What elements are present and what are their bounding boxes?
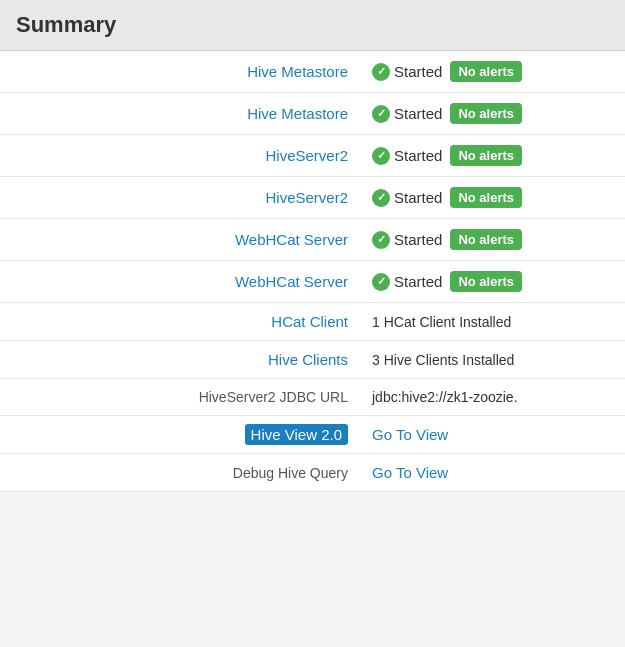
- row-value-cell: Go To View: [360, 454, 625, 492]
- table-row: HiveServer2 JDBC URLjdbc:hive2://zk1-zoo…: [0, 379, 625, 416]
- check-icon: [372, 231, 390, 249]
- service-link[interactable]: Hive Metastore: [247, 63, 348, 80]
- row-label-cell: Debug Hive Query: [0, 454, 360, 492]
- table-row: WebHCat ServerStartedNo alerts: [0, 261, 625, 303]
- row-label-cell: HiveServer2 JDBC URL: [0, 379, 360, 416]
- check-icon: [372, 147, 390, 165]
- table-row: Hive MetastoreStartedNo alerts: [0, 93, 625, 135]
- service-link[interactable]: WebHCat Server: [235, 273, 348, 290]
- row-label-cell: WebHCat Server: [0, 219, 360, 261]
- table-row: Hive MetastoreStartedNo alerts: [0, 51, 625, 93]
- summary-header: Summary: [0, 0, 625, 51]
- service-link[interactable]: WebHCat Server: [235, 231, 348, 248]
- status-text: 3 Hive Clients Installed: [372, 352, 514, 368]
- service-link[interactable]: HiveServer2: [265, 189, 348, 206]
- service-link[interactable]: Hive Metastore: [247, 105, 348, 122]
- row-label-cell: HCat Client: [0, 303, 360, 341]
- service-link[interactable]: Hive Clients: [268, 351, 348, 368]
- started-text: Started: [394, 231, 442, 248]
- go-to-view-link[interactable]: Go To View: [372, 426, 448, 443]
- row-value-cell: StartedNo alerts: [360, 219, 625, 261]
- go-to-view-link[interactable]: Go To View: [372, 464, 448, 481]
- check-icon: [372, 273, 390, 291]
- summary-table: Hive MetastoreStartedNo alertsHive Metas…: [0, 51, 625, 492]
- status-started: StartedNo alerts: [372, 103, 613, 124]
- page-container: Summary Hive MetastoreStartedNo alertsHi…: [0, 0, 625, 492]
- started-text: Started: [394, 273, 442, 290]
- row-label-cell: WebHCat Server: [0, 261, 360, 303]
- no-alerts-badge: No alerts: [450, 103, 522, 124]
- row-label-cell: HiveServer2: [0, 177, 360, 219]
- table-row: HCat Client1 HCat Client Installed: [0, 303, 625, 341]
- table-row: Debug Hive QueryGo To View: [0, 454, 625, 492]
- status-started: StartedNo alerts: [372, 187, 613, 208]
- status-started: StartedNo alerts: [372, 145, 613, 166]
- check-icon: [372, 105, 390, 123]
- row-value-cell: Go To View: [360, 416, 625, 454]
- started-text: Started: [394, 147, 442, 164]
- row-value-cell: 3 Hive Clients Installed: [360, 341, 625, 379]
- check-icon: [372, 63, 390, 81]
- no-alerts-badge: No alerts: [450, 145, 522, 166]
- row-value-cell: StartedNo alerts: [360, 177, 625, 219]
- no-alerts-badge: No alerts: [450, 229, 522, 250]
- row-value-cell: StartedNo alerts: [360, 261, 625, 303]
- status-text: jdbc:hive2://zk1-zoozie.: [372, 389, 518, 405]
- table-row: Hive View 2.0Go To View: [0, 416, 625, 454]
- no-alerts-badge: No alerts: [450, 187, 522, 208]
- no-alerts-badge: No alerts: [450, 61, 522, 82]
- row-value-cell: StartedNo alerts: [360, 135, 625, 177]
- table-row: HiveServer2StartedNo alerts: [0, 177, 625, 219]
- status-started: StartedNo alerts: [372, 61, 613, 82]
- highlighted-label: Hive View 2.0: [245, 424, 348, 445]
- table-row: Hive Clients3 Hive Clients Installed: [0, 341, 625, 379]
- row-label-cell: Hive Metastore: [0, 51, 360, 93]
- row-value-cell: StartedNo alerts: [360, 93, 625, 135]
- row-value-cell: StartedNo alerts: [360, 51, 625, 93]
- status-started: StartedNo alerts: [372, 229, 613, 250]
- page-title: Summary: [16, 12, 609, 38]
- started-text: Started: [394, 63, 442, 80]
- no-alerts-badge: No alerts: [450, 271, 522, 292]
- started-text: Started: [394, 105, 442, 122]
- status-text: 1 HCat Client Installed: [372, 314, 511, 330]
- table-row: HiveServer2StartedNo alerts: [0, 135, 625, 177]
- status-started: StartedNo alerts: [372, 271, 613, 292]
- service-link[interactable]: HiveServer2: [265, 147, 348, 164]
- row-label-cell: Hive Clients: [0, 341, 360, 379]
- row-value-cell: jdbc:hive2://zk1-zoozie.: [360, 379, 625, 416]
- row-label-cell: Hive Metastore: [0, 93, 360, 135]
- service-link[interactable]: HCat Client: [271, 313, 348, 330]
- check-icon: [372, 189, 390, 207]
- table-row: WebHCat ServerStartedNo alerts: [0, 219, 625, 261]
- row-label-cell: HiveServer2: [0, 135, 360, 177]
- started-text: Started: [394, 189, 442, 206]
- row-label-cell: Hive View 2.0: [0, 416, 360, 454]
- row-value-cell: 1 HCat Client Installed: [360, 303, 625, 341]
